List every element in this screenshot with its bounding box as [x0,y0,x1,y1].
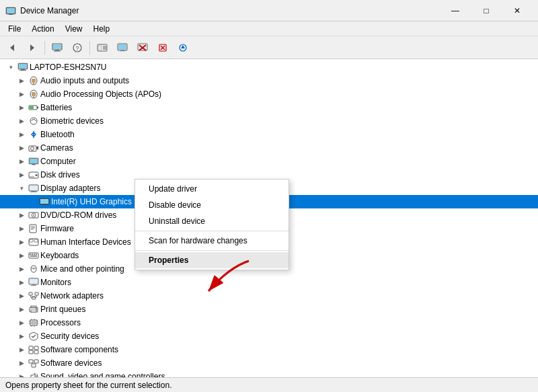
keyboards-icon [28,250,39,261]
svg-rect-38 [37,107,38,109]
toolbar-sep-1 [44,41,45,54]
expander-processors[interactable]: ▶ [16,317,27,328]
expander-computer-node[interactable]: ▶ [16,156,27,167]
computer-node-icon [28,156,39,167]
svg-rect-64 [30,239,33,242]
expander-mice[interactable]: ▶ [16,264,27,274]
svg-rect-29 [20,70,26,71]
svg-marker-3 [10,44,14,51]
svg-rect-52 [30,192,37,192]
menu-help[interactable]: Help [88,23,116,35]
network-icon [28,290,39,301]
tree-computer-node[interactable]: ▶ Computer [0,155,538,168]
disk-drives-label: Disk drives [40,170,535,180]
expander-software-components[interactable]: ▶ [16,344,27,355]
tree-audio-apo[interactable]: ▶ Audio Processing Objects (APOs) [0,87,538,101]
monitors-icon [28,277,39,288]
toolbar-computer[interactable] [48,39,67,56]
toolbar-properties[interactable] [93,39,112,56]
tree-audio-inputs[interactable]: ▶ Audio inputs and outputs [0,74,538,87]
menu-action[interactable]: Action [26,23,59,35]
expander-dvd[interactable]: ▶ [16,210,27,221]
context-uninstall-device[interactable]: Uninstall device [135,213,289,229]
expander-audio-inputs[interactable]: ▶ [16,75,27,86]
expander-sound[interactable]: ▶ [16,371,27,377]
tree-bluetooth[interactable]: ▶ Bluetooth [0,128,538,141]
context-scan-hardware[interactable]: Scan for hardware changes [135,233,289,249]
expander-hid[interactable]: ▶ [16,237,27,247]
svg-rect-59 [30,225,36,233]
svg-text:?: ? [75,45,79,52]
tree-software-devices[interactable]: ▶ Software devices [0,356,538,370]
tree-network[interactable]: ▶ Network adapters [0,289,538,303]
svg-rect-104 [34,360,38,363]
intel-uhd-icon [39,196,50,207]
svg-rect-12 [98,46,102,50]
svg-rect-51 [32,191,36,192]
toolbar-back[interactable] [3,39,22,56]
toolbar-uninstall[interactable] [153,39,172,56]
tree-computer[interactable]: ▾ LAPTOP-ESH2SN7U [0,61,538,74]
status-bar: Opens property sheet for the current sel… [0,377,538,392]
toolbar-forward[interactable] [23,39,42,56]
expander-monitors[interactable]: ▶ [16,277,27,288]
expander-computer[interactable]: ▾ [5,62,16,73]
security-label: Security devices [40,331,535,341]
expander-keyboards[interactable]: ▶ [16,250,27,261]
toolbar-disable[interactable] [133,39,152,56]
expander-display-adapters[interactable]: ▾ [16,183,27,194]
close-button[interactable]: ✕ [502,0,533,22]
svg-rect-71 [30,256,37,257]
tree-biometric[interactable]: ▶ Biometric devices [0,114,538,128]
expander-firmware[interactable]: ▶ [16,223,27,234]
expander-network[interactable]: ▶ [16,290,27,301]
svg-rect-35 [32,92,36,96]
tree-software-components[interactable]: ▶ Software components [0,343,538,356]
toolbar-update[interactable] [174,39,192,56]
minimize-button[interactable]: — [440,0,471,22]
svg-rect-101 [29,350,33,354]
tree-sound[interactable]: ▶ Sound, video and game controllers [0,370,538,377]
tree-print[interactable]: ▶ Print queues [0,303,538,316]
expander-cameras[interactable]: ▶ [16,143,27,153]
svg-rect-6 [53,44,61,49]
tree-batteries[interactable]: ▶ Batteries [0,101,538,114]
expander-disk-drives[interactable]: ▶ [16,169,27,180]
context-properties[interactable]: Properties [135,252,289,268]
tree-processors[interactable]: ▶ Processors [0,316,538,329]
bluetooth-icon [28,129,39,140]
expander-bluetooth[interactable]: ▶ [16,129,27,140]
expander-batteries[interactable]: ▶ [16,102,27,113]
toolbar-help[interactable]: ? [68,39,87,56]
expander-biometric[interactable]: ▶ [16,116,27,126]
svg-point-58 [33,214,34,216]
context-disable-device[interactable]: Disable device [135,197,289,213]
svg-rect-32 [33,83,34,84]
expander-intel-uhd [27,196,38,207]
svg-point-88 [36,309,37,310]
print-icon [28,304,39,315]
tree-monitors[interactable]: ▶ Monitors [0,276,538,289]
tree-cameras[interactable]: ▶ Cameras [0,141,538,155]
toolbar-scan[interactable] [113,39,132,56]
network-label: Network adapters [40,291,535,301]
svg-marker-25 [181,45,185,48]
batteries-icon [28,102,39,113]
menu-file[interactable]: File [3,23,26,35]
tree-security[interactable]: ▶ Security devices [0,329,538,343]
expander-software-devices[interactable]: ▶ [16,358,27,368]
toolbar: ? [0,36,538,59]
menu-view[interactable]: View [60,23,88,35]
context-separator-2 [135,250,289,251]
context-update-driver[interactable]: Update driver [135,181,289,197]
expander-security[interactable]: ▶ [16,331,27,342]
expander-audio-apo[interactable]: ▶ [16,89,27,100]
software-devices-label: Software devices [40,358,535,368]
window-controls: — □ ✕ [440,0,533,22]
maximize-button[interactable]: □ [471,0,502,22]
intel-uhd-label: Intel(R) UHD Graphics [51,197,535,206]
context-menu: Update driver Disable device Uninstall d… [134,179,289,270]
svg-marker-4 [30,44,34,51]
svg-rect-28 [21,69,25,70]
expander-print[interactable]: ▶ [16,304,27,315]
